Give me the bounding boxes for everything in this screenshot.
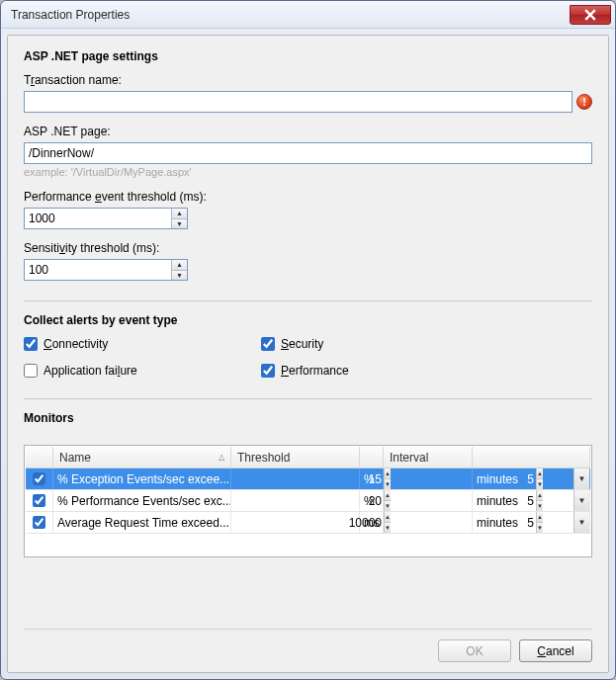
sensitivity-field[interactable] (25, 260, 171, 280)
spin-up-icon[interactable]: ▲ (172, 260, 187, 271)
col-interval-unit[interactable] (473, 447, 590, 468)
chevron-down-icon[interactable]: ▼ (573, 512, 589, 533)
row-interval[interactable]: ▲▼ (384, 468, 473, 489)
row-threshold[interactable]: ▲▼ (231, 490, 360, 511)
col-threshold[interactable]: Threshold (231, 447, 360, 468)
asp-page-hint: example: '/VirtualDir/MyPage.aspx' (24, 166, 592, 178)
spin-down-icon[interactable]: ▼ (172, 271, 187, 281)
table-row[interactable]: Average Request Time exceed...▲▼ms▲▼minu… (26, 512, 590, 534)
row-name: Average Request Time exceed... (53, 512, 231, 533)
titlebar[interactable]: Transaction Properties (1, 1, 615, 29)
row-checkbox[interactable] (33, 516, 45, 529)
page-settings-heading: ASP .NET page settings (24, 49, 592, 63)
row-checkbox-cell (26, 512, 53, 533)
col-checkbox[interactable] (26, 447, 53, 468)
ok-button[interactable]: OK (438, 639, 511, 662)
connectivity-check-input[interactable] (24, 337, 38, 351)
performance-check-input[interactable] (261, 364, 275, 378)
table-row[interactable]: % Exception Events/sec excee...▲▼%▲▼minu… (26, 468, 590, 490)
row-threshold[interactable]: ▲▼ (231, 512, 360, 533)
col-threshold-unit[interactable] (360, 447, 384, 468)
chevron-down-icon[interactable]: ▼ (573, 468, 589, 489)
row-interval-unit[interactable]: minutes▼ (473, 468, 590, 489)
close-icon (584, 9, 596, 21)
sensitivity-label: Sensitivity threshold (ms): (24, 241, 592, 255)
row-checkbox[interactable] (33, 472, 45, 485)
row-interval-unit[interactable]: minutes▼ (473, 512, 590, 533)
row-threshold[interactable]: ▲▼ (231, 468, 360, 489)
collect-alerts-heading: Collect alerts by event type (24, 313, 592, 327)
spin-up-icon[interactable]: ▲ (172, 209, 187, 219)
perf-threshold-label: Performance event threshold (ms): (24, 190, 592, 204)
row-name: % Exception Events/sec excee... (53, 468, 231, 489)
row-checkbox-cell (26, 468, 53, 489)
dialog-footer: OK Cancel (24, 629, 592, 662)
monitors-table: Name △ Threshold Interval % Exception Ev… (24, 445, 592, 557)
cancel-button[interactable]: Cancel (519, 639, 592, 662)
asp-page-input[interactable] (24, 142, 592, 164)
row-checkbox-cell (26, 490, 53, 511)
table-row[interactable]: % Performance Events/sec exc...▲▼%▲▼minu… (26, 490, 590, 512)
monitors-body: % Exception Events/sec excee...▲▼%▲▼minu… (26, 468, 590, 555)
transaction-name-input[interactable] (24, 91, 572, 113)
security-checkbox[interactable]: Security (261, 337, 323, 351)
col-interval[interactable]: Interval (384, 447, 473, 468)
monitors-header-row: Name △ Threshold Interval (26, 447, 590, 468)
chevron-down-icon[interactable]: ▼ (573, 490, 589, 511)
sort-asc-icon: △ (219, 453, 224, 462)
divider (24, 300, 592, 301)
sensitivity-input[interactable]: ▲ ▼ (24, 259, 188, 281)
spin-down-icon[interactable]: ▼ (172, 219, 187, 229)
divider (24, 398, 592, 399)
dialog-content: ASP .NET page settings Transaction name:… (7, 35, 609, 673)
dialog-window: Transaction Properties ASP .NET page set… (0, 0, 616, 680)
row-threshold-unit: % (360, 490, 384, 511)
row-threshold-unit: ms (360, 512, 384, 533)
monitors-heading: Monitors (24, 411, 592, 425)
col-name[interactable]: Name △ (53, 447, 231, 468)
close-button[interactable] (570, 5, 611, 25)
window-title: Transaction Properties (11, 8, 570, 22)
asp-page-label: ASP .NET page: (24, 125, 592, 138)
perf-threshold-field[interactable] (25, 209, 171, 228)
row-threshold-unit: % (360, 468, 384, 489)
error-icon: ! (576, 94, 592, 110)
row-interval[interactable]: ▲▼ (384, 490, 473, 511)
security-check-input[interactable] (261, 337, 275, 351)
performance-checkbox[interactable]: Performance (261, 364, 349, 378)
app-failure-checkbox[interactable]: Application failure (24, 364, 137, 378)
app-failure-check-input[interactable] (24, 364, 38, 378)
connectivity-checkbox[interactable]: Connectivity (24, 337, 108, 351)
row-interval-unit[interactable]: minutes▼ (473, 490, 590, 511)
perf-threshold-input[interactable]: ▲ ▼ (24, 208, 188, 229)
transaction-name-label: Transaction name: (24, 73, 592, 87)
row-checkbox[interactable] (33, 494, 45, 507)
row-interval[interactable]: ▲▼ (384, 512, 473, 533)
row-name: % Performance Events/sec exc... (53, 490, 231, 511)
